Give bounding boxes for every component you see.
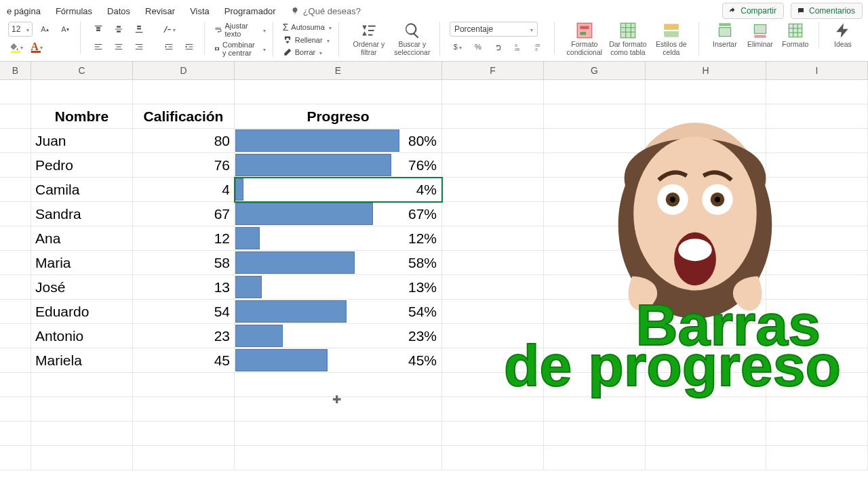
align-middle-icon[interactable] xyxy=(111,22,127,37)
orientation-button[interactable] xyxy=(161,22,177,37)
insert-button[interactable]: Insertar xyxy=(709,22,741,49)
cell-name[interactable]: Sandra xyxy=(31,202,133,226)
autosum-button[interactable]: ΣAutosuma xyxy=(283,22,332,33)
cell[interactable] xyxy=(442,104,544,129)
cell[interactable] xyxy=(31,422,133,446)
decrease-font-icon[interactable]: A▾ xyxy=(57,22,73,37)
tab-data[interactable]: Datos xyxy=(106,5,132,18)
cell[interactable] xyxy=(442,397,544,422)
cell[interactable] xyxy=(0,348,31,373)
cell-score[interactable]: 76 xyxy=(133,153,235,178)
cell-score[interactable]: 80 xyxy=(133,129,235,153)
cell[interactable] xyxy=(646,422,766,446)
tab-developer[interactable]: Programador xyxy=(223,5,277,18)
merge-button[interactable]: Combinar y centrar xyxy=(214,41,266,57)
cell[interactable] xyxy=(442,202,544,226)
cell-score[interactable]: 58 xyxy=(133,251,235,275)
cell[interactable] xyxy=(0,202,31,226)
fill-button[interactable]: Rellenar xyxy=(283,35,332,45)
cell[interactable] xyxy=(442,178,544,202)
cell[interactable] xyxy=(766,422,868,446)
format-button[interactable]: Formato xyxy=(779,22,812,49)
comma-button[interactable]: ၅ xyxy=(490,39,507,54)
cell[interactable] xyxy=(0,446,31,470)
cell[interactable] xyxy=(133,373,235,397)
cell[interactable] xyxy=(766,397,868,422)
cell[interactable] xyxy=(31,80,133,104)
cell[interactable] xyxy=(235,80,442,104)
col-header-E[interactable]: E xyxy=(235,62,442,79)
tell-me-search[interactable]: ¿Qué deseas? xyxy=(290,3,363,19)
cell-score[interactable]: 23 xyxy=(133,324,235,348)
col-header-I[interactable]: I xyxy=(766,62,868,79)
header-score[interactable]: Calificación xyxy=(133,104,235,129)
cell[interactable] xyxy=(766,446,868,470)
cell-progress[interactable]: 67% xyxy=(235,202,442,226)
cell[interactable] xyxy=(544,397,646,422)
tab-page-layout[interactable]: e página xyxy=(5,5,42,18)
cell[interactable] xyxy=(235,446,442,470)
cell[interactable] xyxy=(0,422,31,446)
cell-name[interactable]: Mariela xyxy=(31,348,133,373)
cell-progress[interactable]: 4% xyxy=(235,178,442,202)
cell[interactable] xyxy=(442,129,544,153)
cell-name[interactable]: Maria xyxy=(31,251,133,275)
tab-formulas[interactable]: Fórmulas xyxy=(54,5,94,18)
cell[interactable] xyxy=(235,373,442,397)
cell-name[interactable]: Juan xyxy=(31,129,133,153)
cell[interactable] xyxy=(0,397,31,422)
cell[interactable] xyxy=(0,153,31,178)
cell[interactable] xyxy=(0,178,31,202)
font-size-input[interactable]: 12 xyxy=(8,22,33,37)
cell-progress[interactable]: 76% xyxy=(235,153,442,178)
cell[interactable] xyxy=(31,397,133,422)
clear-button[interactable]: Borrar xyxy=(283,47,332,57)
number-format-select[interactable]: Porcentaje xyxy=(450,22,538,37)
cell[interactable] xyxy=(235,422,442,446)
decrease-decimal-icon[interactable]: .00.0 xyxy=(531,39,547,54)
cell-progress[interactable]: 12% xyxy=(235,226,442,251)
align-left-icon[interactable] xyxy=(90,39,106,54)
cell-name[interactable]: Eduardo xyxy=(31,300,133,324)
cell-progress[interactable]: 13% xyxy=(235,275,442,300)
align-top-icon[interactable] xyxy=(90,22,106,37)
cell-score[interactable]: 45 xyxy=(133,348,235,373)
cell-score[interactable]: 4 xyxy=(133,178,235,202)
cell[interactable] xyxy=(442,275,544,300)
tab-review[interactable]: Revisar xyxy=(144,5,176,18)
cell[interactable] xyxy=(646,446,766,470)
cell[interactable] xyxy=(544,80,646,104)
cell[interactable] xyxy=(544,422,646,446)
increase-decimal-icon[interactable]: .0.00 xyxy=(511,39,527,54)
cell[interactable] xyxy=(31,373,133,397)
cell[interactable] xyxy=(442,153,544,178)
cell[interactable] xyxy=(442,300,544,324)
cell-progress[interactable]: 80% xyxy=(235,129,442,153)
cell[interactable] xyxy=(133,80,235,104)
increase-font-icon[interactable]: A▴ xyxy=(37,22,53,37)
cell[interactable] xyxy=(0,129,31,153)
cell[interactable] xyxy=(646,80,766,104)
col-header-H[interactable]: H xyxy=(646,62,766,79)
decrease-indent-icon[interactable] xyxy=(161,39,177,54)
cell[interactable] xyxy=(0,373,31,397)
cell[interactable] xyxy=(0,324,31,348)
cell[interactable] xyxy=(442,80,544,104)
cell-name[interactable]: José xyxy=(31,275,133,300)
header-progress[interactable]: Progreso xyxy=(235,104,442,129)
header-name[interactable]: Nombre xyxy=(31,104,133,129)
cell[interactable] xyxy=(544,446,646,470)
ideas-button[interactable]: Ideas xyxy=(829,22,857,49)
cell-progress[interactable]: 23% xyxy=(235,324,442,348)
col-header-G[interactable]: G xyxy=(544,62,646,79)
cell-score[interactable]: 13 xyxy=(133,275,235,300)
cell[interactable] xyxy=(133,397,235,422)
format-as-table-button[interactable]: Dar formato como tabla xyxy=(608,22,648,56)
cell[interactable] xyxy=(646,397,766,422)
comments-button[interactable]: Comentarios xyxy=(791,3,863,19)
cell[interactable] xyxy=(0,251,31,275)
cell-name[interactable]: Ana xyxy=(31,226,133,251)
percent-button[interactable]: % xyxy=(470,39,486,54)
align-right-icon[interactable] xyxy=(131,39,147,54)
cell[interactable] xyxy=(442,446,544,470)
